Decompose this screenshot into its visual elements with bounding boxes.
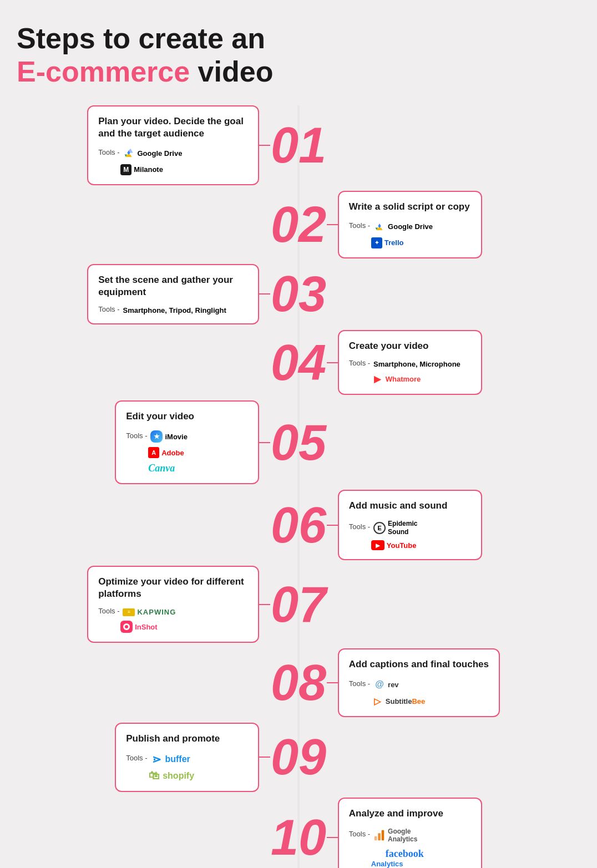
step-row-8: 08 Add captions and final touches Tools … <box>17 648 580 717</box>
inshot-icon <box>120 621 133 633</box>
step-number-9: 09 <box>270 732 327 782</box>
step-card-2: Write a solid script or copy Tools - Goo… <box>338 191 482 258</box>
step-number-4: 04 <box>270 338 327 388</box>
step-row-6: 06 Add music and sound Tools - E Epidemi… <box>17 490 580 560</box>
step-card-10: Analyze and improve Tools - GoogleAnalyt… <box>338 798 482 869</box>
step-row-10: 10 Analyze and improve Tools - <box>17 798 580 869</box>
svg-rect-0 <box>375 836 377 840</box>
kapwing-icon: ≡ <box>123 608 135 616</box>
step-row-1: Plan your video. Decide the goal and the… <box>17 105 580 185</box>
step-card-1: Plan your video. Decide the goal and the… <box>87 105 259 185</box>
step-number-8: 08 <box>270 658 327 708</box>
gdrive-icon-2 <box>373 221 386 233</box>
step-tools-8: Tools - @ rev <box>349 676 489 691</box>
epidemic-icon: E <box>373 522 386 534</box>
step-left-3: Set the scene and gather your equipment … <box>17 264 270 324</box>
step-card-8: Add captions and final touches Tools - @… <box>338 648 500 717</box>
youtube-icon: ▶ <box>371 540 384 550</box>
step-row-7: Optimize your video for different platfo… <box>17 566 580 643</box>
step-number-10: 10 <box>270 813 327 862</box>
step-right-6: Add music and sound Tools - E EpidemicSo… <box>327 490 580 560</box>
facebook-icon <box>371 847 383 860</box>
subtitlebee-icon: ▷ <box>371 695 383 707</box>
step-row-3: Set the scene and gather your equipment … <box>17 264 580 324</box>
step-tools-7: Tools - ≡ KAPWING <box>98 606 248 616</box>
step-left-9: Publish and promote Tools - ⋗ buffer 🛍 s… <box>17 723 270 791</box>
step-card-7: Optimize your video for different platfo… <box>87 566 259 643</box>
step-card-5: Edit your video Tools - ★ iMovie A <box>115 400 259 484</box>
step-left-5: Edit your video Tools - ★ iMovie A <box>17 400 270 484</box>
step-number-5: 05 <box>270 418 327 468</box>
analytics-label: Analytics <box>371 860 471 868</box>
step-number-7: 07 <box>270 580 327 630</box>
timeline: Plan your video. Decide the goal and the… <box>17 105 580 868</box>
buffer-icon: ⋗ <box>150 753 163 765</box>
step-tools-5: Tools - ★ iMovie <box>126 428 248 443</box>
step-title-4: Create your video <box>349 340 471 352</box>
svg-rect-2 <box>382 830 384 840</box>
step-title-6: Add music and sound <box>349 500 471 512</box>
page-title: Steps to create an E-commerce video <box>17 22 580 89</box>
adobe-icon: A <box>148 447 159 458</box>
step-right-2: Write a solid script or copy Tools - Goo… <box>327 191 580 258</box>
step-title-3: Set the scene and gather your equipment <box>98 274 248 298</box>
ga-icon <box>373 829 386 841</box>
step-title-7: Optimize your video for different platfo… <box>98 576 248 600</box>
step-number-6: 06 <box>270 500 327 550</box>
step-title-5: Edit your video <box>126 410 248 423</box>
milanote-icon: M <box>120 164 131 175</box>
step-left-7: Optimize your video for different platfo… <box>17 566 270 643</box>
step-title-9: Publish and promote <box>126 733 248 745</box>
step-card-9: Publish and promote Tools - ⋗ buffer 🛍 s… <box>115 723 259 791</box>
step-row-5: Edit your video Tools - ★ iMovie A <box>17 400 580 484</box>
step-title-8: Add captions and final touches <box>349 658 489 671</box>
step-card-3: Set the scene and gather your equipment … <box>87 264 259 324</box>
step-title-10: Analyze and improve <box>349 808 471 820</box>
gdrive-icon <box>123 148 135 160</box>
step-tools-1: Tools - Google Drive <box>98 145 248 160</box>
whatmore-icon: ▶ <box>371 373 383 385</box>
step-tools-2: Tools - Google Drive <box>349 219 471 233</box>
svg-rect-1 <box>378 833 381 840</box>
trello-icon: ✦ <box>371 237 382 248</box>
step-number-2: 02 <box>270 200 327 250</box>
step-title-1: Plan your video. Decide the goal and the… <box>98 115 248 140</box>
step-title-2: Write a solid script or copy <box>349 201 471 213</box>
step-right-10: Analyze and improve Tools - GoogleAnalyt… <box>327 798 580 869</box>
step-number-1: 01 <box>270 120 327 170</box>
step-left-1: Plan your video. Decide the goal and the… <box>17 105 270 185</box>
step-right-4: Create your video Tools - Smartphone, Mi… <box>327 330 580 395</box>
step-row-9: Publish and promote Tools - ⋗ buffer 🛍 s… <box>17 723 580 791</box>
step-tools-10: Tools - GoogleAnalytics <box>349 825 471 844</box>
step-card-6: Add music and sound Tools - E EpidemicSo… <box>338 490 482 560</box>
step-number-3: 03 <box>270 269 327 319</box>
step-right-8: Add captions and final touches Tools - @… <box>327 648 580 717</box>
shopify-icon: 🛍 <box>148 770 160 782</box>
rev-icon: @ <box>373 678 386 691</box>
step-tools-6: Tools - E EpidemicSound <box>349 517 471 536</box>
imovie-icon: ★ <box>150 430 163 443</box>
step-card-4: Create your video Tools - Smartphone, Mi… <box>338 330 482 395</box>
step-tools-9: Tools - ⋗ buffer <box>126 751 248 765</box>
step-row-2: 02 Write a solid script or copy Tools - <box>17 191 580 258</box>
step-tools-3: Tools - Smartphone, Tripod, Ringlight <box>98 304 248 314</box>
step-tools-4: Tools - Smartphone, Microphone <box>349 358 471 368</box>
step-row-4: 04 Create your video Tools - Smartphone,… <box>17 330 580 395</box>
